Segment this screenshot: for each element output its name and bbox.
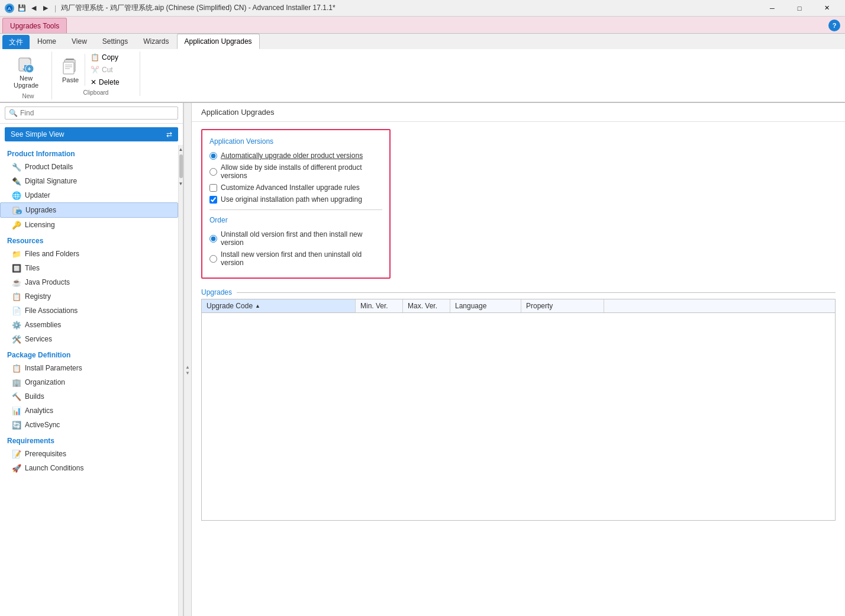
tab-settings[interactable]: Settings	[95, 34, 136, 49]
sidebar-item-file-associations[interactable]: 📄 File Associations	[0, 304, 178, 318]
simple-view-button[interactable]: See Simple View ⇄	[5, 127, 178, 141]
app-body: 🔍 See Simple View ⇄ Product Information …	[0, 103, 845, 616]
checkbox-customize-label: Customize Advanced Installer upgrade rul…	[221, 183, 360, 192]
copy-button[interactable]: 📋 Copy	[88, 51, 135, 63]
sidebar-item-activesync[interactable]: 🔄 ActiveSync	[0, 418, 178, 432]
tiles-label: Tiles	[25, 264, 40, 272]
sidebar-item-prerequisites[interactable]: 📝 Prerequisites	[0, 447, 178, 461]
divider	[209, 209, 382, 210]
sidebar-item-files-folders[interactable]: 📁 Files and Folders	[0, 247, 178, 261]
svg-text:+: +	[18, 211, 21, 214]
sidebar-item-builds[interactable]: 🔨 Builds	[0, 389, 178, 404]
sidebar: 🔍 See Simple View ⇄ Product Information …	[0, 103, 183, 616]
sidebar-item-licensing[interactable]: 🔑 Licensing	[0, 218, 178, 232]
col-upgrade-code[interactable]: Upgrade Code ▲	[202, 299, 356, 312]
sidebar-item-product-details[interactable]: 🔧 Product Details	[0, 160, 178, 174]
digital-signature-icon: ✒️	[12, 176, 21, 186]
sidebar-item-java-products[interactable]: ☕ Java Products	[0, 275, 178, 289]
tab-upgrades-tools[interactable]: Upgrades Tools	[2, 18, 67, 33]
col-language[interactable]: Language	[450, 299, 521, 312]
sidebar-scrollbar[interactable]: ▲ ▼	[178, 145, 183, 616]
undo-btn[interactable]: ◀	[28, 3, 39, 14]
ribbon-group-new: + NewUpgrade New	[5, 51, 52, 99]
cut-button[interactable]: ✂️ Cut	[88, 64, 135, 76]
sidebar-item-upgrades[interactable]: + Upgrades	[0, 202, 178, 218]
maximize-btn[interactable]: □	[786, 0, 813, 17]
upgrades-section-title: Upgrades	[201, 288, 232, 296]
product-details-icon: 🔧	[12, 162, 21, 172]
updater-icon: 🌐	[12, 191, 21, 200]
radio-auto-upgrade: Automatically upgrade older product vers…	[209, 151, 382, 160]
sidebar-item-registry[interactable]: 📋 Registry	[0, 289, 178, 304]
col-max-ver-label: Max. Ver.	[408, 302, 437, 310]
activesync-icon: 🔄	[12, 420, 21, 430]
checkbox-original-path-input[interactable]	[209, 196, 217, 204]
scroll-up-arrow[interactable]: ▲	[179, 145, 183, 153]
radio-side-by-side-input[interactable]	[209, 168, 217, 176]
tab-wizards[interactable]: Wizards	[136, 34, 176, 49]
sidebar-item-digital-signature[interactable]: ✒️ Digital Signature	[0, 174, 178, 188]
minimize-btn[interactable]: ─	[759, 0, 786, 17]
sidebar-item-assemblies[interactable]: ⚙️ Assemblies	[0, 318, 178, 332]
col-min-ver[interactable]: Min. Ver.	[356, 299, 403, 312]
sidebar-item-organization[interactable]: 🏢 Organization	[0, 375, 178, 389]
licensing-icon: 🔑	[12, 220, 21, 230]
product-details-label: Product Details	[25, 163, 73, 171]
organization-icon: 🏢	[12, 378, 21, 387]
clipboard-group-label: Clipboard	[57, 88, 135, 96]
svg-rect-11	[65, 68, 70, 69]
new-upgrade-button[interactable]: + NewUpgrade	[9, 51, 43, 92]
radio-install-first-input[interactable]	[209, 255, 217, 263]
quick-toolbar: 💾 ◀ ▶ |	[17, 3, 59, 14]
col-max-ver[interactable]: Max. Ver.	[403, 299, 450, 312]
redo-btn[interactable]: ▶	[40, 3, 51, 14]
licensing-label: Licensing	[25, 221, 55, 229]
tab-file[interactable]: 文件	[2, 35, 30, 49]
sidebar-item-updater[interactable]: 🌐 Updater	[0, 188, 178, 202]
sidebar-item-services[interactable]: 🛠️ Services	[0, 332, 178, 346]
simple-view-label: See Simple View	[11, 130, 64, 138]
col-property[interactable]: Property	[521, 299, 604, 312]
scroll-thumb[interactable]	[179, 154, 183, 178]
organization-label: Organization	[25, 378, 65, 386]
paste-button[interactable]: Paste	[57, 53, 85, 86]
file-assoc-label: File Associations	[25, 307, 78, 315]
checkbox-customize-input[interactable]	[209, 184, 217, 192]
window-title: 鸡厂管理系统 - 鸡厂管理系统.aip (Chinese (Simplified…	[61, 3, 335, 13]
close-btn[interactable]: ✕	[813, 0, 840, 17]
ribbon-area: Upgrades Tools ? 文件 Home View Settings W…	[0, 17, 845, 103]
files-folders-icon: 📁	[12, 249, 21, 259]
sidebar-item-launch-conditions[interactable]: 🚀 Launch Conditions	[0, 461, 178, 475]
order-title: Order	[209, 216, 382, 224]
java-icon: ☕	[12, 278, 21, 287]
save-btn[interactable]: 💾	[17, 3, 27, 14]
upgrades-section: Upgrades Upgrade Code ▲ Min. Ver. Max.	[201, 288, 836, 521]
tab-home[interactable]: Home	[30, 34, 64, 49]
sidebar-item-analytics[interactable]: 📊 Analytics	[0, 404, 178, 418]
help-button[interactable]: ?	[828, 20, 840, 31]
upgrades-label: Upgrades	[25, 206, 56, 214]
delete-button[interactable]: ✕ Delete	[88, 76, 135, 88]
paste-icon	[61, 56, 80, 75]
copy-icon: 📋	[91, 53, 99, 62]
table-body	[202, 313, 835, 520]
col-upgrade-code-label: Upgrade Code	[207, 302, 253, 310]
search-input[interactable]	[20, 109, 174, 117]
scroll-down-arrow[interactable]: ▼	[179, 179, 183, 188]
delete-label: Delete	[99, 78, 120, 86]
tiles-icon: 🔲	[12, 263, 21, 273]
tab-application-upgrades[interactable]: Application Upgrades	[177, 34, 260, 49]
new-group-label: New	[9, 92, 47, 99]
radio-auto-upgrade-input[interactable]	[209, 152, 217, 160]
sidebar-item-tiles[interactable]: 🔲 Tiles	[0, 261, 178, 275]
sidebar-splitter[interactable]: ▲ ▼	[183, 103, 192, 616]
analytics-icon: 📊	[12, 406, 21, 415]
copy-label: Copy	[102, 53, 118, 62]
svg-rect-9	[65, 64, 72, 66]
builds-icon: 🔨	[12, 392, 21, 401]
radio-uninstall-first-input[interactable]	[209, 235, 217, 243]
radio-side-by-side: Allow side by side installs of different…	[209, 163, 382, 180]
main-content: Application Upgrades Application Version…	[192, 103, 845, 616]
sidebar-item-install-params[interactable]: 📋 Install Parameters	[0, 361, 178, 375]
tab-view[interactable]: View	[64, 34, 95, 49]
